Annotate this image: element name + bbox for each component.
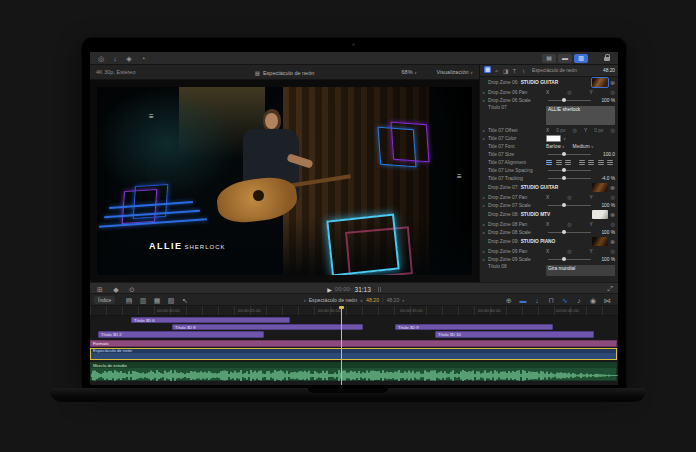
x-axis-label: X (546, 195, 549, 200)
disclosure-icon[interactable]: ▸ (483, 136, 486, 141)
timeline-title-clip[interactable]: Título 3D 8 (172, 324, 363, 330)
slider-track[interactable] (548, 154, 591, 155)
disclosure-icon[interactable]: ▸ (483, 203, 486, 208)
slider-knob[interactable] (562, 98, 566, 102)
generator-inspector-tab[interactable]: ≈ (493, 66, 500, 76)
timeline-clip-formato[interactable]: Formato (90, 340, 617, 347)
parameter-label: Drop Zone 09 Pan (488, 249, 544, 254)
text-input[interactable]: Gira mundial (546, 265, 615, 276)
alignment-icon[interactable] (579, 160, 585, 165)
play-icon[interactable]: ▶ (327, 286, 332, 293)
slider-knob[interactable] (562, 168, 566, 172)
timeline-ruler[interactable]: 00:00:20:0000:00:25:0000:00:30:0000:00:3… (90, 306, 618, 316)
slider-track[interactable] (548, 259, 591, 260)
slider-knob[interactable] (562, 257, 566, 261)
transport-bar: ⊞◆⊙ ▶ 00:00:31:13 ⤢ (90, 282, 618, 294)
clear-media-icon[interactable]: ⊗ (610, 211, 615, 218)
dropzone-thumbnail[interactable] (592, 210, 608, 219)
dropzone-thumbnail[interactable] (592, 183, 608, 192)
alignment-icon[interactable] (588, 160, 594, 165)
slider-track[interactable] (548, 232, 591, 233)
inspector-toggle-button[interactable]: ▥ (574, 54, 588, 63)
slider-knob[interactable] (562, 176, 566, 180)
y-stepper[interactable]: ◎ (611, 194, 615, 200)
alignment-icon[interactable] (556, 160, 562, 165)
disclosure-icon[interactable]: ▸ (483, 249, 486, 254)
y-stepper[interactable]: ◎ (611, 127, 615, 133)
slider-track[interactable] (548, 178, 591, 179)
slider-track[interactable] (548, 170, 591, 171)
clear-media-icon[interactable]: ⊗ (610, 238, 615, 245)
slider-knob[interactable] (562, 230, 566, 234)
disclosure-icon[interactable]: ▸ (483, 230, 486, 235)
lower-third-first-name: ALLIE (149, 241, 183, 251)
text-inspector-tab[interactable]: T (511, 66, 518, 76)
chevron-down-icon: ∨ (414, 70, 417, 75)
alignment-icon[interactable] (565, 160, 571, 165)
import-media-icon[interactable]: ↓ (110, 52, 120, 65)
alignment-icon[interactable] (546, 160, 552, 165)
slider-knob[interactable] (562, 152, 566, 156)
keyword-editor-icon[interactable]: ◈ (124, 52, 134, 65)
dropzone-thumbnail[interactable] (592, 78, 608, 87)
disclosure-icon[interactable]: ▸ (483, 222, 486, 227)
video-preview: ≡ ≡ ALLIESHERLOCK (97, 87, 472, 275)
inspector-row: Title 07 Alignment (480, 158, 618, 166)
x-stepper[interactable]: ◎ (567, 248, 571, 254)
disclosure-icon[interactable]: ▸ (483, 90, 486, 95)
timeline-clip-audio[interactable]: Mezcla de estudio (90, 362, 617, 381)
disclosure-icon[interactable]: ▸ (483, 195, 486, 200)
y-stepper[interactable]: ◎ (611, 248, 615, 254)
viewer-zoom-menu[interactable]: 68% ∨ (402, 69, 417, 75)
clear-media-icon[interactable]: ⊗ (610, 79, 615, 86)
nav-forward-icon[interactable]: › (402, 297, 404, 303)
viewer-view-menu[interactable]: Visualización ∨ (437, 69, 473, 75)
x-stepper[interactable]: ◎ (567, 89, 571, 95)
clear-media-icon[interactable]: ⊗ (610, 184, 615, 191)
inspector-row: Drop Zone 06: STUDIO GUITAR⊗ (480, 77, 618, 88)
slider-track[interactable] (548, 205, 591, 206)
audio-meters-icon[interactable] (378, 287, 381, 292)
inspector-header: ▦≈◨Ti Espectáculo de neón 48:20 (480, 65, 618, 77)
x-stepper[interactable]: ◎ (567, 194, 571, 200)
disclosure-icon[interactable]: ▸ (483, 257, 486, 262)
libraries-icon[interactable]: ◎ (96, 52, 106, 65)
font-family-select[interactable]: Barlow∨ (546, 144, 565, 149)
lock-icon[interactable] (604, 57, 610, 61)
timeline-toggle-button[interactable]: ▬ (558, 54, 572, 63)
font-weight-select[interactable]: Medium∨ (573, 144, 594, 149)
timeline-title-clip[interactable]: Título 3D 2 (98, 331, 264, 338)
timeline-clip-main-selected[interactable]: Espectáculo de neón (90, 348, 617, 360)
fullscreen-icon[interactable]: ⤢ (607, 285, 613, 293)
parameter-label: Title 07 Color (488, 136, 544, 141)
timeline-title-clip[interactable]: Título 3D 6 (131, 317, 290, 323)
playhead[interactable] (341, 306, 342, 385)
chevron-down-icon: ∨ (591, 144, 594, 149)
timeline-title-clip[interactable]: Título 3D 10 (435, 331, 594, 338)
timeline-title-clip[interactable]: Título 3D 9 (395, 324, 553, 330)
text-input[interactable]: ALLIE sherlock (546, 106, 615, 125)
background-tasks-icon[interactable]: ◔ (138, 52, 148, 65)
slider-knob[interactable] (562, 203, 566, 207)
browser-toggle-button[interactable]: ▤ (542, 54, 556, 63)
x-stepper[interactable]: ◎ (567, 221, 571, 227)
y-stepper[interactable]: ◎ (611, 221, 615, 227)
alignment-icon[interactable] (607, 160, 613, 165)
slider-track[interactable] (548, 100, 591, 101)
video-inspector-tab[interactable]: ▦ (484, 66, 491, 73)
info-inspector-tab[interactable]: i (520, 66, 527, 76)
playhead-handle[interactable] (339, 306, 344, 309)
lock-group (604, 52, 610, 65)
color-swatch[interactable] (546, 135, 561, 142)
disclosure-icon[interactable]: ▸ (483, 128, 486, 133)
dropzone-thumbnail[interactable] (592, 237, 608, 246)
y-stepper[interactable]: ◎ (611, 89, 615, 95)
title-inspector-tab[interactable]: ◨ (502, 66, 509, 76)
viewer-canvas[interactable]: ≡ ≡ ALLIESHERLOCK (90, 80, 479, 282)
disclosure-icon[interactable]: ▸ (483, 98, 486, 103)
nav-back-icon[interactable]: ‹ (304, 297, 306, 303)
x-stepper[interactable]: ◎ (573, 127, 577, 133)
current-timecode: 31:13 (355, 286, 371, 293)
timeline-clip-title[interactable]: Espectáculo de neón (309, 297, 357, 303)
alignment-icon[interactable] (598, 160, 604, 165)
